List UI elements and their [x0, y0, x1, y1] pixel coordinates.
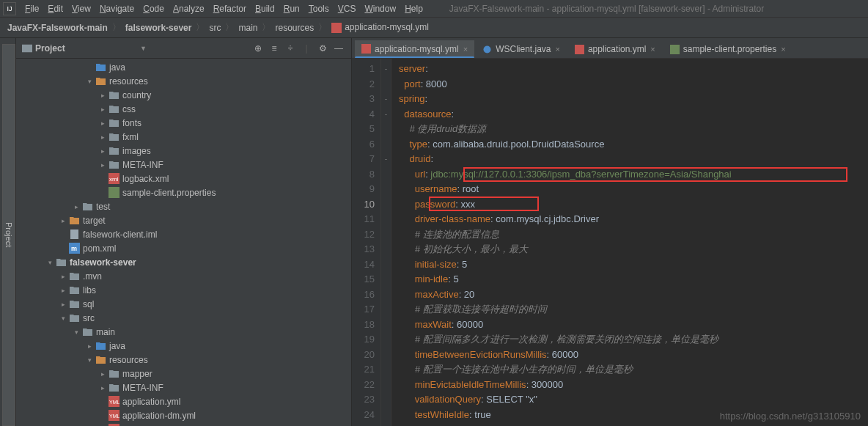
tree-item[interactable]: ▸libs: [16, 283, 351, 297]
code-line[interactable]: # 配置间隔多久才进行一次检测，检测需要关闭的空闲连接，单位是毫秒: [399, 332, 868, 348]
breadcrumb-item[interactable]: resources: [273, 23, 315, 33]
tree-chevron[interactable]: ▸: [98, 161, 107, 169]
code-line[interactable]: min-idle: 5: [399, 272, 868, 287]
editor-tab[interactable]: application-mysql.yml×: [355, 40, 474, 58]
tree-chevron[interactable]: ▾: [45, 259, 54, 266]
tree-chevron[interactable]: ▸: [98, 92, 107, 99]
tree-item[interactable]: ▾resources: [16, 74, 351, 88]
tree-item[interactable]: ▸images: [16, 144, 351, 158]
menu-code[interactable]: Code: [139, 4, 169, 14]
menu-analyze[interactable]: Analyze: [169, 4, 209, 14]
tree-item[interactable]: falsework-client.iml: [16, 227, 351, 241]
tree-chevron[interactable]: ▸: [98, 133, 107, 141]
tree-chevron[interactable]: ▸: [59, 217, 67, 224]
tree-item[interactable]: YMLapplication-dm.yml: [16, 408, 351, 422]
code-text[interactable]: server: port: 8000spring: datasource: # …: [391, 59, 868, 426]
hide-icon[interactable]: —: [332, 42, 345, 55]
code-line[interactable]: validationQuery: SELECT "x": [399, 392, 868, 408]
tree-item[interactable]: ▸test: [16, 199, 351, 213]
tree-item[interactable]: xmllogback.xml: [16, 172, 351, 186]
tree-chevron[interactable]: ▸: [98, 106, 107, 113]
tree-chevron[interactable]: ▸: [59, 301, 67, 308]
project-tool-tab[interactable]: Project: [2, 44, 15, 426]
tree-item[interactable]: ▸sql: [16, 297, 351, 311]
close-icon[interactable]: ×: [650, 45, 655, 54]
menu-file[interactable]: File: [21, 4, 43, 14]
collapse-all-icon[interactable]: ÷: [284, 42, 297, 55]
code-line[interactable]: server:: [399, 62, 868, 77]
menu-vcs[interactable]: VCS: [334, 4, 361, 14]
editor-tab[interactable]: sample-client.properties×: [663, 40, 792, 58]
menu-build[interactable]: Build: [251, 4, 279, 14]
tree-item[interactable]: java: [16, 60, 351, 74]
tree-chevron[interactable]: ▸: [98, 370, 107, 378]
menu-window[interactable]: Window: [360, 4, 400, 14]
menu-tools[interactable]: Tools: [304, 4, 334, 14]
fold-column[interactable]: ----: [381, 59, 391, 426]
tree-item[interactable]: ▸css: [16, 102, 351, 116]
code-line[interactable]: datasource:: [399, 107, 868, 122]
tree-item[interactable]: ▸.mvn: [16, 269, 351, 283]
code-line[interactable]: # 配置一个连接在池中最小生存的时间，单位是毫秒: [399, 362, 868, 378]
code-line[interactable]: maxActive: 20: [399, 287, 868, 303]
tree-item[interactable]: ▸java: [16, 339, 351, 353]
breadcrumb-item[interactable]: main: [237, 23, 259, 33]
code-line[interactable]: initial-size: 5: [399, 257, 868, 273]
tree-chevron[interactable]: ▸: [98, 147, 107, 155]
tree-item[interactable]: ▾main: [16, 325, 351, 339]
tree-item[interactable]: ▸target: [16, 213, 351, 227]
editor-tab[interactable]: WSClient.java×: [476, 40, 567, 58]
gear-icon[interactable]: ⚙: [316, 42, 329, 55]
breadcrumb-item[interactable]: src: [207, 23, 222, 33]
locate-icon[interactable]: ⊕: [251, 42, 265, 55]
code-line[interactable]: # 初始化大小，最小，最大: [399, 242, 868, 257]
code-line[interactable]: druid:: [399, 152, 868, 167]
tree-item[interactable]: ▸META-INF: [16, 381, 351, 394]
tree-item[interactable]: YMLapplication-mysql.yml: [16, 422, 351, 426]
tree-chevron[interactable]: ▸: [72, 203, 81, 210]
code-line[interactable]: spring:: [399, 92, 868, 107]
code-line[interactable]: username: root: [399, 182, 868, 197]
tree-item[interactable]: ▸META-INF: [16, 158, 351, 172]
tree-chevron[interactable]: ▸: [98, 384, 107, 392]
tree-chevron[interactable]: ▾: [85, 356, 94, 364]
code-line[interactable]: timeBetweenEvictionRunsMillis: 60000: [399, 348, 868, 363]
tree-item[interactable]: mpom.xml: [16, 241, 351, 255]
tree-chevron[interactable]: ▸: [59, 287, 67, 294]
code-line[interactable]: driver-class-name: com.mysql.cj.jdbc.Dri…: [399, 212, 868, 227]
code-line[interactable]: maxWait: 60000: [399, 317, 868, 333]
tree-item[interactable]: ▸mapper: [16, 367, 351, 381]
tree-item[interactable]: ▾falsework-sever: [16, 255, 351, 269]
breadcrumb-item[interactable]: JavaFX-Falsework-main: [6, 23, 109, 33]
tree-item[interactable]: ▸country: [16, 88, 351, 102]
tree-chevron[interactable]: ▸: [85, 342, 94, 350]
tree-item[interactable]: ▸fxml: [16, 130, 351, 144]
tree-chevron[interactable]: ▸: [98, 120, 107, 127]
code-line[interactable]: type: com.alibaba.druid.pool.DruidDataSo…: [399, 137, 868, 153]
close-icon[interactable]: ×: [463, 45, 468, 54]
tree-item[interactable]: ▾src: [16, 311, 351, 325]
menu-run[interactable]: Run: [279, 4, 304, 14]
breadcrumb-item[interactable]: application-mysql.yml: [330, 22, 430, 33]
breadcrumb-item[interactable]: falsework-sever: [124, 23, 194, 33]
tree-item[interactable]: sample-client.properties: [16, 186, 351, 199]
code-line[interactable]: port: 8000: [399, 77, 868, 92]
menu-edit[interactable]: Edit: [43, 4, 67, 14]
code-line[interactable]: # 使用druid数据源: [399, 122, 868, 137]
tree-chevron[interactable]: ▾: [72, 328, 81, 336]
menu-view[interactable]: View: [67, 4, 95, 14]
code-line[interactable]: # 连接池的配置信息: [399, 227, 868, 243]
tree-chevron[interactable]: ▾: [85, 78, 94, 85]
close-icon[interactable]: ×: [781, 45, 785, 54]
left-tool-strip[interactable]: Project: [0, 38, 16, 426]
menu-refactor[interactable]: Refactor: [209, 4, 251, 14]
code-line[interactable]: url: jdbc:mysql://127.0.0.1:3306/ipsm_db…: [399, 167, 868, 183]
close-icon[interactable]: ×: [556, 45, 560, 54]
tree-chevron[interactable]: ▸: [59, 273, 67, 280]
chevron-down-icon[interactable]: ▼: [140, 45, 147, 52]
editor-tab[interactable]: application.yml×: [568, 40, 662, 58]
menu-help[interactable]: Help: [400, 4, 427, 14]
tree-item[interactable]: YMLapplication.yml: [16, 394, 351, 408]
code-line[interactable]: # 配置获取连接等待超时的时间: [399, 302, 868, 317]
tree-item[interactable]: ▸fonts: [16, 116, 351, 130]
